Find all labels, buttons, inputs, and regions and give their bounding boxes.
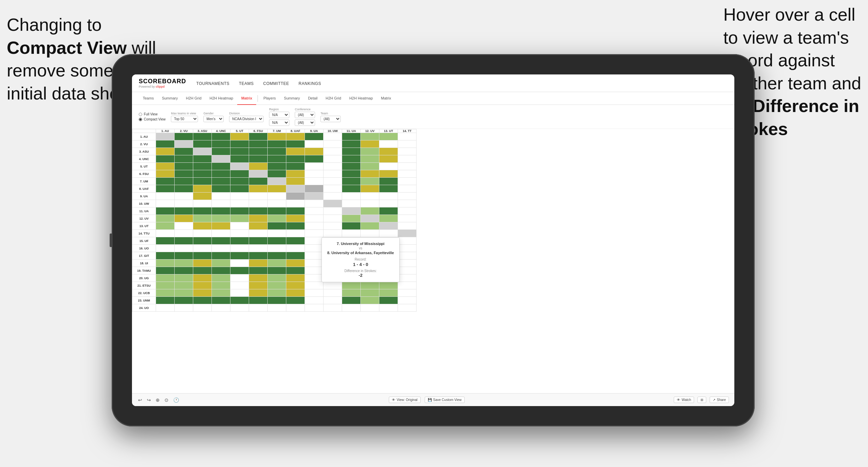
matrix-cell[interactable] [156, 163, 175, 170]
matrix-cell[interactable] [305, 140, 324, 148]
matrix-cell[interactable] [398, 215, 417, 222]
tab-summary-right[interactable]: Summary [280, 92, 304, 105]
matrix-cell[interactable] [361, 163, 379, 170]
matrix-cell[interactable] [286, 282, 305, 289]
matrix-cell[interactable] [268, 170, 286, 178]
matrix-cell[interactable] [268, 185, 286, 193]
matrix-cell[interactable] [175, 304, 193, 312]
matrix-cell[interactable] [268, 148, 286, 155]
matrix-cell[interactable] [398, 222, 417, 230]
matrix-cell[interactable] [342, 230, 361, 237]
matrix-cell[interactable] [249, 230, 268, 237]
matrix-cell[interactable] [268, 230, 286, 237]
matrix-cell[interactable] [324, 304, 342, 312]
matrix-cell[interactable] [286, 178, 305, 185]
matrix-cell[interactable] [305, 297, 324, 304]
matrix-cell[interactable] [268, 193, 286, 200]
matrix-cell[interactable] [361, 140, 379, 148]
matrix-cell[interactable] [156, 230, 175, 237]
matrix-cell[interactable] [342, 282, 361, 289]
matrix-cell[interactable] [268, 207, 286, 215]
matrix-cell[interactable] [212, 289, 230, 297]
matrix-cell[interactable] [324, 222, 342, 230]
matrix-cell[interactable] [193, 185, 212, 193]
tab-summary-left[interactable]: Summary [158, 92, 182, 105]
matrix-cell[interactable] [379, 222, 398, 230]
matrix-cell[interactable] [212, 237, 230, 245]
matrix-cell[interactable] [268, 297, 286, 304]
matrix-cell[interactable] [398, 260, 417, 267]
matrix-cell[interactable] [268, 215, 286, 222]
matrix-cell[interactable] [230, 222, 249, 230]
matrix-cell[interactable] [286, 163, 305, 170]
matrix-cell[interactable] [305, 133, 324, 140]
conference-select-1[interactable]: (All) [295, 112, 315, 118]
matrix-cell[interactable] [212, 133, 230, 140]
matrix-cell[interactable] [193, 260, 212, 267]
matrix-cell[interactable] [379, 215, 398, 222]
matrix-cell[interactable] [193, 155, 212, 163]
matrix-cell[interactable] [361, 297, 379, 304]
undo-button[interactable]: ↩ [137, 397, 143, 403]
matrix-cell[interactable] [342, 170, 361, 178]
matrix-cell[interactable] [212, 274, 230, 282]
matrix-cell[interactable] [324, 155, 342, 163]
matrix-cell[interactable] [230, 282, 249, 289]
matrix-cell[interactable] [175, 245, 193, 252]
division-select[interactable]: NCAA Division I [229, 116, 264, 122]
matrix-cell[interactable] [286, 222, 305, 230]
matrix-cell[interactable] [324, 133, 342, 140]
matrix-cell[interactable] [305, 289, 324, 297]
matrix-cell[interactable] [324, 163, 342, 170]
clock-button[interactable]: 🕐 [173, 397, 180, 403]
matrix-cell[interactable] [175, 193, 193, 200]
team-select[interactable]: (All) [320, 116, 341, 122]
matrix-cell[interactable] [361, 170, 379, 178]
matrix-cell[interactable] [268, 140, 286, 148]
main-content[interactable]: 1. AU 2. VU 3. ASU 4. UNC 5. UT 6. FSU 7… [132, 129, 734, 393]
matrix-cell[interactable] [175, 170, 193, 178]
matrix-cell[interactable] [249, 252, 268, 260]
full-view-label[interactable]: Full View [139, 112, 165, 116]
matrix-cell[interactable] [379, 297, 398, 304]
matrix-cell[interactable] [286, 289, 305, 297]
matrix-cell[interactable] [324, 207, 342, 215]
matrix-cell[interactable] [268, 274, 286, 282]
matrix-cell[interactable] [230, 178, 249, 185]
matrix-cell[interactable] [286, 260, 305, 267]
matrix-cell[interactable] [193, 274, 212, 282]
matrix-cell[interactable] [286, 207, 305, 215]
matrix-cell[interactable] [268, 267, 286, 274]
tab-detail[interactable]: Detail [304, 92, 321, 105]
matrix-cell[interactable] [305, 163, 324, 170]
matrix-cell[interactable] [230, 155, 249, 163]
matrix-cell[interactable] [230, 140, 249, 148]
matrix-cell[interactable] [286, 140, 305, 148]
matrix-cell[interactable] [286, 193, 305, 200]
matrix-cell[interactable] [156, 237, 175, 245]
matrix-cell[interactable] [379, 289, 398, 297]
matrix-cell[interactable] [398, 207, 417, 215]
matrix-cell[interactable] [398, 297, 417, 304]
matrix-cell[interactable] [305, 200, 324, 207]
matrix-cell[interactable] [379, 282, 398, 289]
matrix-cell[interactable] [230, 252, 249, 260]
matrix-cell[interactable] [212, 200, 230, 207]
matrix-cell[interactable] [193, 170, 212, 178]
matrix-cell[interactable] [193, 215, 212, 222]
matrix-cell[interactable] [249, 140, 268, 148]
matrix-cell[interactable] [305, 193, 324, 200]
matrix-cell[interactable] [175, 178, 193, 185]
matrix-cell[interactable] [249, 267, 268, 274]
max-teams-select[interactable]: Top 50 [171, 116, 198, 122]
matrix-cell[interactable] [249, 133, 268, 140]
matrix-cell[interactable] [268, 245, 286, 252]
matrix-cell[interactable] [212, 170, 230, 178]
matrix-cell[interactable] [175, 230, 193, 237]
matrix-cell[interactable] [398, 193, 417, 200]
matrix-cell[interactable] [379, 200, 398, 207]
matrix-cell[interactable] [305, 274, 324, 282]
matrix-cell[interactable] [249, 282, 268, 289]
matrix-cell[interactable] [175, 222, 193, 230]
matrix-cell[interactable] [230, 133, 249, 140]
